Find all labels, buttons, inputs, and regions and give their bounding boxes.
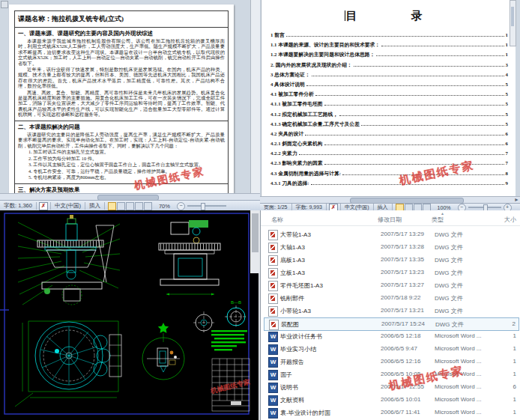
toc-entry[interactable]: 4.1.3 确定机械加工余量,工序尺寸及公差5 [270,121,508,130]
dwg-file-icon [268,281,278,291]
word-file-icon [268,395,278,406]
word-file-icon [268,408,278,419]
dwg-file-icon [268,230,278,240]
file-row[interactable]: 铣削部件2007/5/18 9:22DWG 文件 [264,292,519,304]
scroll-right-icon[interactable]: ► [514,197,519,202]
cad-section-view-a [193,311,214,334]
toc-page: 目 录 1 前言1 1.1 本课题的来源、设计的主要目的和技术要求：1 1.2 … [261,0,516,196]
file-row[interactable]: 底板1-A32007/5/17 13:35DWG 文件 [264,254,519,266]
toc-list: 1 前言1 1.1 本课题的来源、设计的主要目的和技术要求：1 1.2 本课题要… [270,31,508,189]
proposal-table: 课题名称：拖拉机拨叉铣专机(立式) 一、课题来源、课题研究的主要内容及国内外现状… [14,10,229,221]
column-header-type[interactable]: 类型 [432,216,444,224]
toc-entry[interactable]: 4.2.2 夹紧力7 [270,150,508,159]
toc-entry[interactable]: 3 总体方案论证：4 [270,71,508,81]
word-window-toc: 目 录 1 前言1 1.1 本课题的来源、设计的主要目的和技术要求：1 1.2 … [260,0,520,210]
word-file-icon [268,344,278,355]
star-marker [158,323,169,333]
document-page: 课题名称：拖拉机拨叉铣专机(立式) 一、课题来源、课题研究的主要内容及国内外现状… [9,4,234,193]
dwg-file-icon [268,243,278,253]
doc2-vscroll-thumb[interactable] [511,7,514,26]
draft-view-button[interactable] [144,202,152,210]
cad-assembly-drawing: B—B [0,210,260,420]
file-row[interactable]: 面子2006/6/5 10:05Microsoft Word ...1 [264,368,519,380]
file-row[interactable]: 立板1-A32007/5/17 13:23DWG 文件 [264,267,519,279]
column-header-date[interactable]: 修改日期 [378,216,402,224]
cad-right-scrollbar[interactable] [250,210,260,420]
outline-view-button[interactable] [135,202,143,210]
dwg-file-icon [268,255,278,266]
column-header-size[interactable]: 大小 [504,216,516,224]
toc-entry[interactable]: 4.2.3 影响夹紧力的因素7 [270,159,508,169]
dwg-file-icon [268,293,278,304]
cad-section-view-b: B—B [225,300,247,328]
section-2-intro: 该课题研究的主要目的是降低工人劳动强度，提高生产率，满足生产规模不断扩大、产品质… [18,132,225,148]
file-row[interactable]: 大轴1-A32007/5/17 13:28DWG 文件 [264,241,519,253]
toc-entry[interactable]: 1.1 本课题的来源、设计的主要目的和技术要求：1 [270,41,508,51]
zoom-slider-thumb[interactable] [201,203,205,210]
section-label: B—B [231,300,241,305]
toc-entry[interactable]: 2. 国内外的发展状况及现状的介绍：3 [270,61,508,71]
zoom-level[interactable]: 70% [155,203,174,210]
section-2-item: 2. 工作节拍为每分钟加工 10 件。 [28,156,225,162]
zoom-out-button[interactable]: − [177,202,185,210]
sort-ascending-icon: ▲ [441,211,444,216]
section-2: 二、本课题拟解决的问题 该课题研究的主要目的是降低工人劳动强度，提高生产率，满足… [15,121,228,184]
insert-mode: 插入 [85,202,104,210]
dwg-file-icon [268,268,278,279]
section-1-paragraph: 本课题来源于我盐城市拖拉机制造股份有限公司。该公司在加工拖拉机齿轮箱的拨叉槽厚面… [18,38,225,66]
toc-entry[interactable]: 4 具体设计说明5 [270,81,508,91]
file-row[interactable]: 零件毛坯图1-A32007/5/17 13:27DWG 文件 [264,279,519,291]
toc-entry[interactable]: 4.3 金属切削用量的选择与计算:8 [270,170,508,180]
file-row[interactable]: 文献资料2006/6/5 10:01Microsoft Word ...1 [264,394,519,406]
doc1-scrollbar-gutter[interactable] [250,0,261,193]
toc-entry[interactable]: 4.1.2 拟定机械加工工艺路线，5 [270,111,508,121]
section-2-heading: 二、本课题拟解决的问题 [18,124,225,131]
word-count: 字数: 1,360 [0,202,36,210]
ruler-tab-selector[interactable] [1,1,8,8]
toc-entry[interactable]: 1 前言1 [270,31,508,41]
print-layout-view-button[interactable] [108,202,116,210]
file-row[interactable]: 说明书2007/5/17 12:55Microsoft Word ...6 [264,381,519,393]
language-indicator: 中文(中国) [51,202,85,210]
view-mode-buttons[interactable] [108,202,152,210]
file-row[interactable]: 毕业设计任务书2006/6/5 12:18Microsoft Word ...1 [264,330,519,342]
thesis-title-label: 课题名称： [18,15,52,22]
file-row[interactable]: 小带轮1-A32007/5/17 13:21DWG 文件 [264,305,519,317]
section-1-heading: 一、课题来源、课题研究的主要内容及国内外现状综述 [18,30,225,37]
cad-technical-notes [211,330,247,350]
zoom-level[interactable]: 100% [434,205,455,210]
section-2-item: 3. 工件以其主轴孔定位，定位心轴置于圆盘工作台上，圆盘工作台主轴呈立式放置。 [28,162,225,168]
file-row[interactable]: 开题报告2006/6/5 12:16Microsoft Word ...1 [264,356,519,368]
word-file-icon [268,370,278,380]
column-header-name[interactable]: 名称 [271,216,283,224]
toc-entry[interactable]: 4.3.1 刀具的选择:9 [270,180,508,189]
word-file-icon [268,383,278,393]
web-layout-view-button[interactable] [126,202,134,210]
toc-entry[interactable]: 4.1 被加工零件分析5 [270,91,508,100]
zoom-slider[interactable] [468,207,501,208]
doc1-status-bar: 字数: 1,360 ✗ 中文(中国) 插入 70% − [0,200,260,211]
thesis-title-value: 拖拉机拨叉铣专机(立式) [52,15,124,22]
toc-entry[interactable]: 4.1.1 被加工零件毛坯图5 [270,100,508,110]
word-file-icon [268,357,278,368]
file-row-selected[interactable]: 装配图2007/5/17 15:24DWG 文件2 [264,317,519,331]
dwg-file-icon [268,306,278,317]
file-row[interactable]: 毕业实习小结2006/6/5 9:47Microsoft Word ...1 [264,343,519,355]
doc2-vertical-scrollbar[interactable] [510,0,516,46]
file-row[interactable]: 大带轮1-A32007/5/17 13:29DWG 文件 [264,228,519,240]
text-cursor [345,10,345,21]
cad-front-view [18,215,120,305]
file-row[interactable]: 袁-毕业设计的封面2006/6/7 11:41Microsoft Word ..… [264,407,519,419]
cad-detail-view [142,323,184,380]
word-window-proposal: 课题名称：拖拉机拨叉铣专机(立式) 一、课题来源、课题研究的主要内容及国内外现状… [0,0,260,210]
fullscreen-view-button[interactable] [117,202,125,210]
toc-entry[interactable]: 4.2.1 斜面定心夹紧机构6 [270,140,508,150]
screenshot-collage: 课题名称：拖拉机拨叉铣专机(立式) 一、课题来源、课题研究的主要内容及国内外现状… [0,0,520,420]
spell-check-icon[interactable]: ✗ [39,202,48,210]
toc-entry[interactable]: 1.2 本课题要解决的主要问题和设计总体思路：1 [270,51,508,61]
cad-disc-view [15,321,121,407]
section-1: 一、课题来源、课题研究的主要内容及国内外现状综述 本课题来源于我盐城市拖拉机制造… [15,28,228,121]
toc-entry[interactable]: 4.2 夹具的设计6 [270,130,508,140]
dwg-file-icon [269,320,279,330]
zoom-slider[interactable] [187,205,226,207]
